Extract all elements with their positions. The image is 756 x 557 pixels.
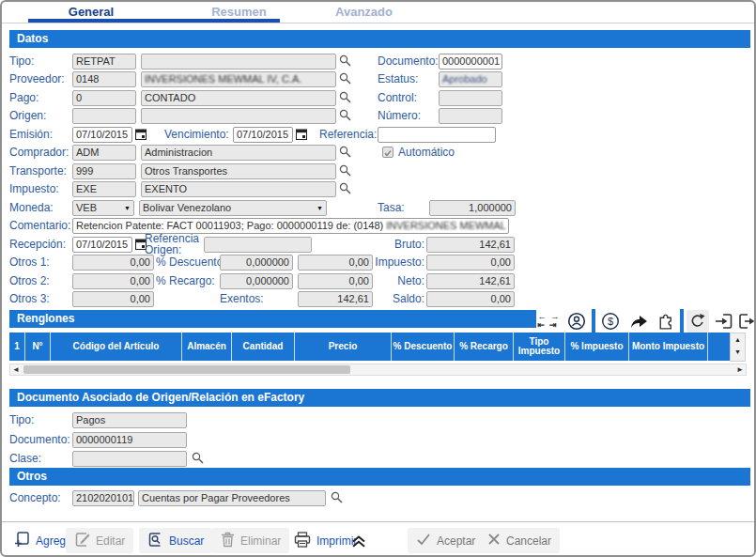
search-icon[interactable]	[339, 182, 353, 196]
bruto-label: Bruto:	[349, 237, 424, 253]
referencia-origen-field	[204, 237, 312, 253]
column-header-cantidad[interactable]: Cantidad	[232, 333, 295, 361]
exentos-label: Exentos:	[220, 291, 264, 307]
impuesto-code-field: EXE	[72, 181, 136, 197]
referencia-label: Referencia:	[319, 127, 377, 143]
calendar-icon[interactable]	[296, 129, 310, 143]
buscar-button[interactable]: Buscar	[139, 528, 212, 553]
search-icon[interactable]	[339, 91, 353, 105]
tab-avanzado[interactable]: Avanzado	[319, 5, 409, 19]
grid-vertical-scrollbar[interactable]: ▲ ▼	[730, 333, 746, 362]
column-header-tipo-impuesto[interactable]: Tipo Impuesto	[514, 333, 565, 361]
grid-horizontal-scrollbar[interactable]: ◄ ►	[9, 364, 747, 376]
impuesto-desc-field: EXENTO	[141, 181, 336, 197]
comentario-label: Comentario:	[9, 218, 70, 234]
recargo-label: % Recargo:	[156, 273, 215, 289]
scroll-up-icon[interactable]: ▲	[731, 333, 745, 346]
transporte-code-field: 999	[72, 163, 136, 179]
import-icon[interactable]	[713, 310, 735, 333]
editar-button[interactable]: Editar	[66, 528, 133, 553]
moneda-name-select[interactable]: Bolivar Venezolano▼	[139, 200, 327, 216]
tab-resumen[interactable]: Resumen	[194, 5, 284, 19]
otros1-field: 0,00	[72, 255, 154, 271]
transporte-label: Transporte:	[9, 163, 67, 179]
comprador-code-field: ADM	[72, 145, 136, 161]
scroll-down-icon[interactable]: ▼	[731, 346, 745, 358]
svg-text:$: $	[608, 316, 613, 327]
scroll-left-icon[interactable]: ◄	[12, 364, 20, 375]
documento-field[interactable]: 0000000001	[439, 54, 502, 70]
column-header-almacen[interactable]: Almacén	[182, 333, 232, 361]
documento-label: Documento:	[378, 54, 439, 70]
column-header-numero[interactable]: N°	[25, 333, 51, 361]
scroll-right-icon[interactable]: ►	[736, 364, 744, 375]
neto-label: Neto:	[349, 273, 424, 289]
column-header-precio[interactable]: Precio	[295, 333, 392, 361]
recepcion-field[interactable]: 07/10/2015	[72, 237, 132, 253]
column-resize-icon[interactable]: ← →⇤ ⇥	[537, 310, 560, 333]
dollar-circle-icon[interactable]: $	[599, 310, 622, 333]
calendar-icon[interactable]	[135, 129, 149, 143]
chevron-down-icon: ▼	[124, 201, 131, 215]
origen-desc-field	[141, 108, 336, 124]
descuento-pct-field: 0,000000	[220, 255, 293, 271]
trash-icon	[221, 532, 235, 550]
comentario-field[interactable]: Retencion Patente: FACT 00011903; Pago: …	[72, 218, 509, 234]
refresh-icon[interactable]	[687, 310, 709, 333]
column-header-pct-recargo[interactable]: % Recargo	[455, 333, 514, 361]
clase-label: Clase:	[9, 451, 41, 467]
pago-desc-field: CONTADO	[141, 90, 336, 106]
aceptar-button[interactable]: Aceptar	[408, 528, 484, 553]
asociado-tipo-field: Pagos	[72, 412, 187, 428]
search-icon[interactable]	[339, 72, 353, 86]
search-icon[interactable]	[339, 54, 353, 69]
concepto-desc-field: Cuentas por Pagar Proveedores	[138, 490, 326, 506]
pago-label: Pago:	[9, 90, 39, 106]
cancelar-button[interactable]: Cancelar	[479, 528, 560, 553]
tasa-field: 1,000000	[429, 200, 516, 216]
close-icon	[487, 533, 501, 549]
export-icon[interactable]	[735, 310, 756, 333]
search-icon[interactable]	[339, 109, 353, 123]
referencia-field[interactable]	[378, 127, 496, 143]
recargo-pct-field: 0,000000	[220, 273, 293, 289]
impuesto-monto-field: 0,00	[426, 255, 515, 271]
column-header-monto-impuesto[interactable]: Monto Impuesto	[629, 333, 708, 361]
search-icon[interactable]	[192, 452, 206, 466]
vencimiento-field[interactable]: 07/10/2015	[233, 127, 293, 143]
automatico-checkbox[interactable]	[382, 147, 393, 158]
scrollbar-thumb[interactable]	[23, 365, 350, 374]
emision-label: Emisión:	[9, 127, 53, 143]
saldo-field: 0,00	[426, 291, 515, 307]
puzzle-icon[interactable]	[654, 310, 676, 333]
numero-field	[439, 108, 502, 124]
column-header-codigo-articulo[interactable]: Código del Artículo	[51, 333, 182, 361]
column-header-pct-impuesto[interactable]: % Impuesto	[565, 333, 629, 361]
tab-general[interactable]: General	[49, 5, 133, 19]
emision-field[interactable]: 07/10/2015	[72, 127, 132, 143]
toolbar-separator	[680, 309, 684, 333]
tipo-desc-field	[141, 54, 336, 70]
control-field	[439, 90, 502, 106]
edit-square-icon	[74, 532, 90, 550]
neto-field: 142,61	[426, 273, 515, 289]
comprador-desc-field: Administracion	[141, 145, 336, 161]
user-circle-icon[interactable]	[565, 310, 588, 333]
column-header-state: 1	[9, 333, 25, 361]
moneda-code-select[interactable]: VEB▼	[72, 200, 134, 216]
search-icon[interactable]	[339, 164, 353, 178]
control-label: Control:	[378, 90, 417, 106]
asociado-documento-field: 0000000119	[72, 432, 187, 448]
eliminar-button[interactable]: Eliminar	[212, 528, 289, 553]
pago-code-field: 0	[72, 90, 136, 106]
column-header-pct-descuento[interactable]: % Descuento	[392, 333, 455, 361]
search-icon[interactable]	[339, 146, 353, 160]
estatus-label: Estatus:	[378, 71, 418, 87]
section-header-doc-asociado: Documento Asociado de Origen/Relación en…	[9, 389, 750, 407]
origen-label: Origen:	[9, 108, 46, 124]
double-chevron-up-icon[interactable]	[347, 530, 370, 552]
search-icon[interactable]	[331, 491, 345, 505]
forward-arrow-icon[interactable]	[627, 310, 650, 333]
section-header-renglones: Renglones	[9, 310, 536, 328]
transporte-desc-field: Otros Transportes	[141, 163, 336, 179]
